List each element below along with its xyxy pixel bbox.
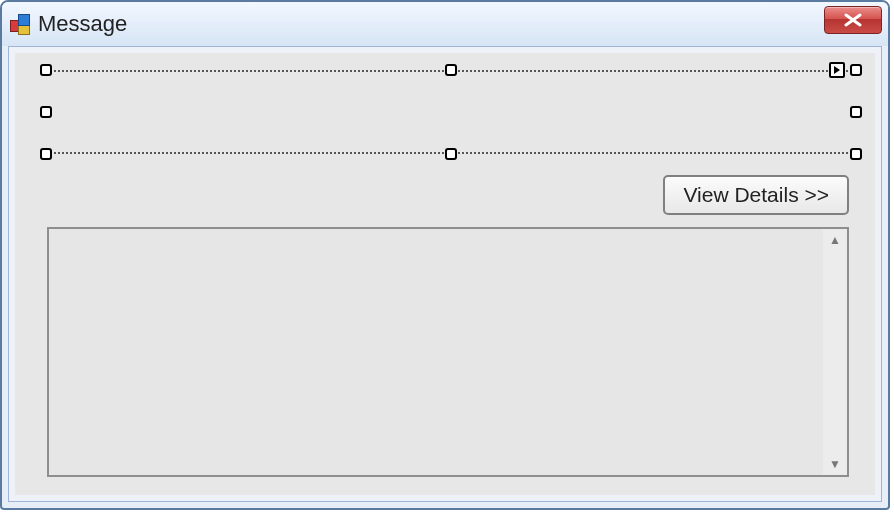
resize-handle-tr[interactable]: [850, 64, 862, 76]
view-details-label: View Details >>: [683, 183, 829, 207]
window-title: Message: [38, 11, 127, 37]
resize-handle-mr[interactable]: [850, 106, 862, 118]
client-area: View Details >> ▲ ▼: [8, 46, 882, 502]
textbox-body[interactable]: [49, 229, 823, 475]
view-details-button[interactable]: View Details >>: [663, 175, 849, 215]
scroll-up-icon[interactable]: ▲: [823, 229, 847, 251]
app-icon: [10, 14, 30, 34]
resize-handle-tc[interactable]: [445, 64, 457, 76]
close-button[interactable]: [824, 6, 882, 34]
form-surface[interactable]: View Details >> ▲ ▼: [15, 53, 875, 495]
resize-handle-br[interactable]: [850, 148, 862, 160]
close-icon: [843, 13, 863, 27]
titlebar[interactable]: Message: [2, 2, 888, 46]
message-window: Message View D: [0, 0, 890, 510]
resize-handle-tl[interactable]: [40, 64, 52, 76]
smart-tag-arrow-icon[interactable]: [829, 62, 845, 78]
selected-label-control[interactable]: [41, 65, 861, 159]
details-textbox[interactable]: ▲ ▼: [47, 227, 849, 477]
resize-handle-ml[interactable]: [40, 106, 52, 118]
label-body: [46, 70, 856, 154]
resize-handle-bc[interactable]: [445, 148, 457, 160]
vertical-scrollbar[interactable]: ▲ ▼: [823, 229, 847, 475]
resize-handle-bl[interactable]: [40, 148, 52, 160]
scroll-down-icon[interactable]: ▼: [823, 453, 847, 475]
